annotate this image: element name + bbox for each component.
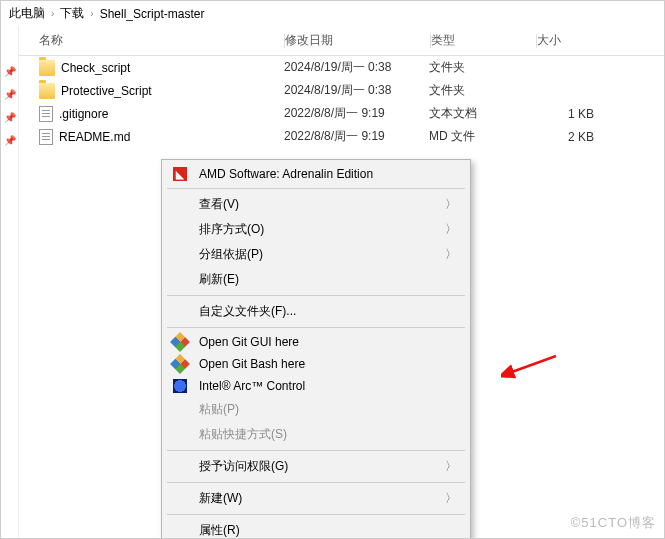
menu-item[interactable]: Intel® Arc™ Control: [165, 375, 467, 397]
menu-separator: [167, 327, 465, 328]
table-row[interactable]: Protective_Script2024/8/19/周一 0:38文件夹: [19, 79, 664, 102]
file-date: 2024/8/19/周一 0:38: [284, 59, 429, 76]
menu-item[interactable]: ◣AMD Software: Adrenalin Edition: [165, 163, 467, 185]
file-name: README.md: [59, 130, 130, 144]
column-date[interactable]: 修改日期: [285, 32, 430, 49]
column-type[interactable]: 类型: [431, 32, 536, 49]
chevron-right-icon: ›: [90, 8, 93, 19]
column-headers: 名称 修改日期 类型 大小: [19, 26, 664, 56]
chevron-right-icon: 〉: [445, 458, 461, 475]
menu-item[interactable]: 刷新(E): [165, 267, 467, 292]
menu-item-label: 分组依据(P): [199, 246, 435, 263]
menu-item-label: Open Git Bash here: [199, 357, 461, 371]
menu-item-label: Intel® Arc™ Control: [199, 379, 461, 393]
menu-separator: [167, 450, 465, 451]
breadcrumb-mid[interactable]: 下载: [60, 5, 84, 22]
file-name: .gitignore: [59, 107, 108, 121]
menu-item-label: 排序方式(O): [199, 221, 435, 238]
menu-separator: [167, 188, 465, 189]
menu-item[interactable]: Open Git Bash here: [165, 353, 467, 375]
menu-item[interactable]: 授予访问权限(G)〉: [165, 454, 467, 479]
menu-item-label: 查看(V): [199, 196, 435, 213]
file-name: Check_script: [61, 61, 130, 75]
amd-icon: ◣: [173, 167, 187, 181]
folder-icon: [39, 83, 55, 99]
pin-icon: 📌: [4, 66, 16, 77]
menu-item-label: 授予访问权限(G): [199, 458, 435, 475]
file-size: 2 KB: [534, 130, 614, 144]
file-date: 2022/8/8/周一 9:19: [284, 105, 429, 122]
chevron-right-icon: 〉: [445, 490, 461, 507]
file-date: 2022/8/8/周一 9:19: [284, 128, 429, 145]
file-date: 2024/8/19/周一 0:38: [284, 82, 429, 99]
menu-item-label: 属性(R): [199, 522, 461, 539]
menu-separator: [167, 514, 465, 515]
table-row[interactable]: .gitignore2022/8/8/周一 9:19文本文档1 KB: [19, 102, 664, 125]
pin-icon: 📌: [4, 89, 16, 100]
file-name: Protective_Script: [61, 84, 152, 98]
menu-item-label: 粘贴(P): [199, 401, 461, 418]
context-menu: ◣AMD Software: Adrenalin Edition查看(V)〉排序…: [161, 159, 471, 539]
chevron-right-icon: 〉: [445, 246, 461, 263]
menu-item-label: AMD Software: Adrenalin Edition: [199, 167, 461, 181]
menu-item[interactable]: 分组依据(P)〉: [165, 242, 467, 267]
menu-separator: [167, 295, 465, 296]
menu-item-label: 粘贴快捷方式(S): [199, 426, 461, 443]
pin-icon: 📌: [4, 112, 16, 123]
file-icon: [39, 106, 53, 122]
menu-item-label: Open Git GUI here: [199, 335, 461, 349]
menu-item[interactable]: 自定义文件夹(F)...: [165, 299, 467, 324]
file-type: 文件夹: [429, 82, 534, 99]
chevron-right-icon: 〉: [445, 196, 461, 213]
menu-item[interactable]: 新建(W)〉: [165, 486, 467, 511]
git-icon: [170, 354, 190, 374]
file-type: 文本文档: [429, 105, 534, 122]
git-icon: [170, 332, 190, 352]
file-type: 文件夹: [429, 59, 534, 76]
intel-arc-icon: [173, 379, 187, 393]
menu-item[interactable]: 属性(R): [165, 518, 467, 539]
folder-icon: [39, 60, 55, 76]
menu-item-label: 自定义文件夹(F)...: [199, 303, 461, 320]
file-icon: [39, 129, 53, 145]
menu-item[interactable]: 查看(V)〉: [165, 192, 467, 217]
menu-item-label: 新建(W): [199, 490, 435, 507]
breadcrumb-leaf[interactable]: Shell_Script-master: [100, 7, 205, 21]
column-name[interactable]: 名称: [19, 32, 284, 49]
menu-item[interactable]: Open Git GUI here: [165, 331, 467, 353]
watermark: ©51CTO博客: [571, 514, 656, 532]
breadcrumb-root[interactable]: 此电脑: [9, 5, 45, 22]
pin-icon: 📌: [4, 135, 16, 146]
menu-item: 粘贴(P): [165, 397, 467, 422]
table-row[interactable]: Check_script2024/8/19/周一 0:38文件夹: [19, 56, 664, 79]
column-size[interactable]: 大小: [537, 32, 617, 49]
menu-item-label: 刷新(E): [199, 271, 461, 288]
chevron-right-icon: ›: [51, 8, 54, 19]
chevron-right-icon: 〉: [445, 221, 461, 238]
menu-item: 粘贴快捷方式(S): [165, 422, 467, 447]
menu-separator: [167, 482, 465, 483]
breadcrumb[interactable]: 此电脑 › 下载 › Shell_Script-master: [1, 1, 664, 26]
quick-access-sidebar: 📌 📌 📌 📌: [1, 26, 19, 539]
file-size: 1 KB: [534, 107, 614, 121]
file-type: MD 文件: [429, 128, 534, 145]
table-row[interactable]: README.md2022/8/8/周一 9:19MD 文件2 KB: [19, 125, 664, 148]
menu-item[interactable]: 排序方式(O)〉: [165, 217, 467, 242]
